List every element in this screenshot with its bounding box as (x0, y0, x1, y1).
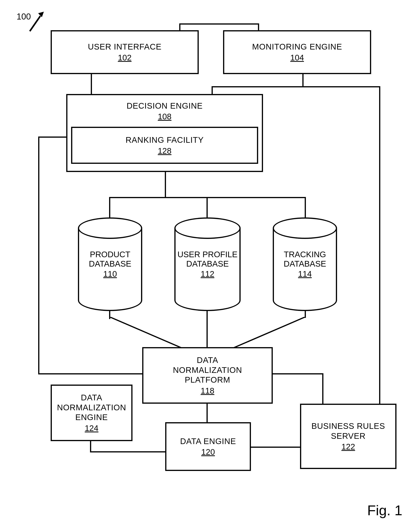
connector (212, 86, 380, 87)
tracking-db-label1: TRACKING (284, 250, 326, 259)
connector (305, 310, 306, 318)
user-interface-label: USER INTERFACE (88, 42, 162, 52)
connector (234, 317, 306, 348)
connector (179, 23, 259, 25)
dne-label3: ENGINE (75, 412, 108, 422)
data-normalization-platform-box: DATA NORMALIZATION PLATFORM 118 (142, 347, 273, 404)
reference-arrow-icon (28, 12, 46, 34)
data-engine-box: DATA ENGINE 120 (165, 422, 251, 471)
connector (273, 373, 323, 374)
dnp-label3: PLATFORM (185, 375, 230, 385)
connector (206, 197, 208, 218)
connector (379, 86, 380, 428)
product-db-label2: DATABASE (89, 259, 131, 268)
product-db-num: 110 (103, 269, 117, 279)
monitoring-engine-label: MONITORING ENGINE (252, 42, 342, 52)
dnp-num: 118 (201, 386, 214, 396)
dne-num: 124 (85, 424, 98, 433)
connector (305, 197, 306, 218)
connector (179, 23, 180, 31)
tracking-database-cylinder: TRACKING DATABASE 114 (273, 218, 337, 311)
user-interface-box: USER INTERFACE 102 (51, 30, 199, 74)
user-interface-num: 102 (118, 53, 131, 62)
connector (322, 373, 323, 404)
user-profile-db-num: 112 (201, 269, 214, 279)
data-normalization-engine-box: DATA NORMALIZATION ENGINE 124 (51, 385, 132, 441)
connector (90, 451, 166, 452)
connector (258, 23, 259, 31)
product-database-cylinder: PRODUCT DATABASE 110 (78, 218, 142, 311)
connector (302, 73, 304, 87)
connector (206, 310, 208, 347)
user-profile-db-label1: USER PROFILE (177, 250, 238, 259)
connector (38, 136, 67, 138)
brs-label1: BUSINESS RULES (311, 421, 385, 431)
svg-line-2 (30, 16, 40, 31)
connector (109, 310, 110, 318)
data-engine-num: 120 (201, 447, 215, 457)
dnp-label1: DATA (197, 355, 218, 365)
brs-label2: SERVER (331, 431, 366, 441)
connector (250, 446, 301, 448)
data-engine-label: DATA ENGINE (180, 437, 236, 446)
brs-num: 122 (341, 442, 355, 451)
dne-label1: DATA (81, 393, 102, 402)
dne-label2: NORMALIZATION (57, 403, 126, 412)
connector (109, 317, 181, 348)
connector (212, 86, 213, 95)
dnp-label2: NORMALIZATION (173, 365, 242, 375)
connector (165, 172, 166, 197)
connector (38, 136, 39, 374)
business-rules-server-box: BUSINESS RULES SERVER 122 (300, 404, 396, 469)
svg-line-1 (234, 317, 305, 348)
user-profile-database-cylinder: USER PROFILE DATABASE 112 (174, 218, 241, 311)
decision-engine-label: DECISION ENGINE (127, 101, 203, 111)
ranking-facility-label: RANKING FACILITY (126, 135, 203, 145)
connector (109, 197, 110, 218)
decision-engine-box: DECISION ENGINE 108 RANKING FACILITY 128 (66, 94, 263, 172)
monitoring-engine-box: MONITORING ENGINE 104 (223, 30, 371, 74)
svg-line-0 (110, 317, 181, 348)
decision-engine-num: 108 (158, 112, 171, 121)
connector (90, 441, 91, 452)
tracking-db-num: 114 (298, 269, 312, 279)
connector (206, 402, 208, 423)
connector (38, 373, 143, 374)
ranking-facility-num: 128 (158, 146, 171, 156)
monitoring-engine-num: 104 (290, 53, 304, 62)
tracking-db-label2: DATABASE (284, 259, 326, 268)
ranking-facility-box: RANKING FACILITY 128 (71, 127, 258, 164)
product-db-label1: PRODUCT (90, 250, 130, 259)
user-profile-db-label2: DATABASE (186, 259, 229, 268)
connector (91, 73, 92, 95)
figure-label: Fig. 1 (367, 502, 402, 518)
